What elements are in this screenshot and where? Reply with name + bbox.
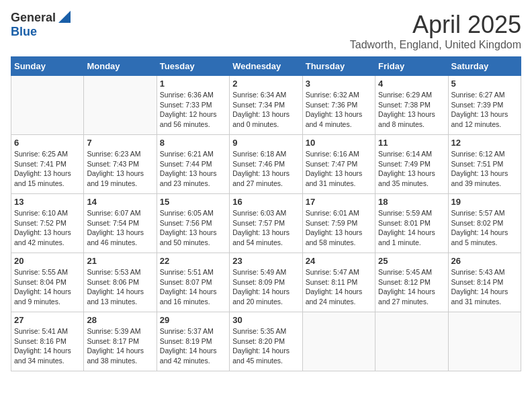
day-number: 27 bbox=[14, 315, 81, 325]
calendar-cell: 11Sunrise: 6:14 AM Sunset: 7:49 PM Dayli… bbox=[375, 135, 448, 194]
day-info: Sunrise: 6:34 AM Sunset: 7:34 PM Dayligh… bbox=[232, 90, 299, 130]
day-number: 17 bbox=[306, 197, 372, 207]
day-number: 24 bbox=[306, 256, 372, 266]
calendar-cell: 26Sunrise: 5:43 AM Sunset: 8:14 PM Dayli… bbox=[448, 253, 521, 312]
day-info: Sunrise: 6:32 AM Sunset: 7:36 PM Dayligh… bbox=[306, 90, 372, 130]
calendar-cell: 18Sunrise: 5:59 AM Sunset: 8:01 PM Dayli… bbox=[375, 194, 448, 253]
calendar-cell: 9Sunrise: 6:18 AM Sunset: 7:46 PM Daylig… bbox=[230, 135, 302, 194]
day-number: 14 bbox=[87, 197, 153, 207]
calendar-cell: 24Sunrise: 5:47 AM Sunset: 8:11 PM Dayli… bbox=[302, 253, 375, 312]
calendar-cell: 4Sunrise: 6:29 AM Sunset: 7:38 PM Daylig… bbox=[375, 76, 448, 135]
calendar-week-row: 20Sunrise: 5:55 AM Sunset: 8:04 PM Dayli… bbox=[11, 253, 521, 312]
day-info: Sunrise: 5:55 AM Sunset: 8:04 PM Dayligh… bbox=[14, 267, 81, 307]
day-info: Sunrise: 6:23 AM Sunset: 7:43 PM Dayligh… bbox=[87, 149, 153, 189]
day-number: 8 bbox=[160, 138, 226, 148]
calendar-cell: 1Sunrise: 6:36 AM Sunset: 7:33 PM Daylig… bbox=[157, 76, 229, 135]
day-number: 13 bbox=[14, 197, 81, 207]
calendar-cell: 30Sunrise: 5:35 AM Sunset: 8:20 PM Dayli… bbox=[230, 312, 302, 371]
calendar-cell: 17Sunrise: 6:01 AM Sunset: 7:59 PM Dayli… bbox=[302, 194, 375, 253]
day-info: Sunrise: 6:29 AM Sunset: 7:38 PM Dayligh… bbox=[378, 90, 445, 130]
calendar-cell: 6Sunrise: 6:25 AM Sunset: 7:41 PM Daylig… bbox=[11, 135, 84, 194]
day-number: 25 bbox=[378, 256, 445, 266]
day-info: Sunrise: 6:07 AM Sunset: 7:54 PM Dayligh… bbox=[87, 208, 153, 248]
title-section: April 2025 Tadworth, England, United Kin… bbox=[350, 11, 521, 51]
day-number: 16 bbox=[232, 197, 299, 207]
day-number: 29 bbox=[160, 315, 226, 325]
day-info: Sunrise: 5:57 AM Sunset: 8:02 PM Dayligh… bbox=[451, 208, 518, 248]
calendar-header-row: SundayMondayTuesdayWednesdayThursdayFrid… bbox=[11, 57, 521, 76]
day-number: 11 bbox=[378, 138, 445, 148]
day-number: 9 bbox=[232, 138, 299, 148]
logo-blue: Blue bbox=[11, 25, 37, 38]
day-info: Sunrise: 5:45 AM Sunset: 8:12 PM Dayligh… bbox=[378, 267, 445, 307]
day-number: 3 bbox=[306, 79, 372, 89]
calendar-cell: 22Sunrise: 5:51 AM Sunset: 8:07 PM Dayli… bbox=[157, 253, 229, 312]
day-number: 26 bbox=[451, 256, 518, 266]
day-info: Sunrise: 5:43 AM Sunset: 8:14 PM Dayligh… bbox=[451, 267, 518, 307]
header-sunday: Sunday bbox=[11, 57, 84, 76]
header-thursday: Thursday bbox=[302, 57, 375, 76]
subtitle: Tadworth, England, United Kingdom bbox=[350, 39, 521, 51]
calendar-cell bbox=[375, 312, 448, 371]
calendar-cell: 29Sunrise: 5:37 AM Sunset: 8:19 PM Dayli… bbox=[157, 312, 229, 371]
calendar-cell bbox=[11, 76, 84, 135]
main-title: April 2025 bbox=[350, 11, 521, 39]
calendar-cell: 8Sunrise: 6:21 AM Sunset: 7:44 PM Daylig… bbox=[157, 135, 229, 194]
day-number: 23 bbox=[232, 256, 299, 266]
header-tuesday: Tuesday bbox=[157, 57, 229, 76]
calendar-cell: 2Sunrise: 6:34 AM Sunset: 7:34 PM Daylig… bbox=[230, 76, 302, 135]
day-number: 5 bbox=[451, 79, 518, 89]
calendar-cell: 27Sunrise: 5:41 AM Sunset: 8:16 PM Dayli… bbox=[11, 312, 84, 371]
day-number: 15 bbox=[160, 197, 226, 207]
calendar-cell: 28Sunrise: 5:39 AM Sunset: 8:17 PM Dayli… bbox=[84, 312, 157, 371]
calendar-cell bbox=[302, 312, 375, 371]
header-monday: Monday bbox=[84, 57, 157, 76]
logo: General Blue bbox=[11, 11, 71, 39]
logo-general: General bbox=[11, 11, 56, 25]
calendar-week-row: 6Sunrise: 6:25 AM Sunset: 7:41 PM Daylig… bbox=[11, 135, 521, 194]
calendar-cell: 5Sunrise: 6:27 AM Sunset: 7:39 PM Daylig… bbox=[448, 76, 521, 135]
day-info: Sunrise: 5:47 AM Sunset: 8:11 PM Dayligh… bbox=[306, 267, 372, 307]
svg-marker-0 bbox=[58, 11, 71, 23]
calendar-cell: 15Sunrise: 6:05 AM Sunset: 7:56 PM Dayli… bbox=[157, 194, 229, 253]
day-number: 1 bbox=[160, 79, 226, 89]
day-info: Sunrise: 5:49 AM Sunset: 8:09 PM Dayligh… bbox=[232, 267, 299, 307]
calendar-cell: 13Sunrise: 6:10 AM Sunset: 7:52 PM Dayli… bbox=[11, 194, 84, 253]
day-info: Sunrise: 6:36 AM Sunset: 7:33 PM Dayligh… bbox=[160, 90, 226, 130]
calendar-cell: 21Sunrise: 5:53 AM Sunset: 8:06 PM Dayli… bbox=[84, 253, 157, 312]
day-info: Sunrise: 6:01 AM Sunset: 7:59 PM Dayligh… bbox=[306, 208, 372, 248]
calendar-week-row: 13Sunrise: 6:10 AM Sunset: 7:52 PM Dayli… bbox=[11, 194, 521, 253]
day-number: 18 bbox=[378, 197, 445, 207]
day-number: 4 bbox=[378, 79, 445, 89]
calendar-cell: 20Sunrise: 5:55 AM Sunset: 8:04 PM Dayli… bbox=[11, 253, 84, 312]
calendar-cell: 3Sunrise: 6:32 AM Sunset: 7:36 PM Daylig… bbox=[302, 76, 375, 135]
logo-triangle-icon bbox=[58, 11, 71, 26]
calendar-cell: 16Sunrise: 6:03 AM Sunset: 7:57 PM Dayli… bbox=[230, 194, 302, 253]
day-number: 30 bbox=[232, 315, 299, 325]
day-info: Sunrise: 5:39 AM Sunset: 8:17 PM Dayligh… bbox=[87, 326, 153, 366]
day-info: Sunrise: 6:21 AM Sunset: 7:44 PM Dayligh… bbox=[160, 149, 226, 189]
day-number: 10 bbox=[306, 138, 372, 148]
calendar-cell bbox=[448, 312, 521, 371]
header-saturday: Saturday bbox=[448, 57, 521, 76]
day-info: Sunrise: 5:59 AM Sunset: 8:01 PM Dayligh… bbox=[378, 208, 445, 248]
calendar-cell: 25Sunrise: 5:45 AM Sunset: 8:12 PM Dayli… bbox=[375, 253, 448, 312]
calendar-cell: 19Sunrise: 5:57 AM Sunset: 8:02 PM Dayli… bbox=[448, 194, 521, 253]
calendar-cell: 7Sunrise: 6:23 AM Sunset: 7:43 PM Daylig… bbox=[84, 135, 157, 194]
page-header: General Blue April 2025 Tadworth, Englan… bbox=[11, 11, 521, 51]
day-info: Sunrise: 5:41 AM Sunset: 8:16 PM Dayligh… bbox=[14, 326, 81, 366]
day-info: Sunrise: 5:37 AM Sunset: 8:19 PM Dayligh… bbox=[160, 326, 226, 366]
day-number: 7 bbox=[87, 138, 153, 148]
day-info: Sunrise: 6:10 AM Sunset: 7:52 PM Dayligh… bbox=[14, 208, 81, 248]
day-number: 20 bbox=[14, 256, 81, 266]
calendar-table: SundayMondayTuesdayWednesdayThursdayFrid… bbox=[11, 56, 521, 371]
day-number: 28 bbox=[87, 315, 153, 325]
day-info: Sunrise: 6:12 AM Sunset: 7:51 PM Dayligh… bbox=[451, 149, 518, 189]
day-number: 6 bbox=[14, 138, 81, 148]
calendar-week-row: 1Sunrise: 6:36 AM Sunset: 7:33 PM Daylig… bbox=[11, 76, 521, 135]
calendar-cell: 14Sunrise: 6:07 AM Sunset: 7:54 PM Dayli… bbox=[84, 194, 157, 253]
day-number: 2 bbox=[232, 79, 299, 89]
day-info: Sunrise: 6:14 AM Sunset: 7:49 PM Dayligh… bbox=[378, 149, 445, 189]
calendar-cell: 12Sunrise: 6:12 AM Sunset: 7:51 PM Dayli… bbox=[448, 135, 521, 194]
calendar-cell: 10Sunrise: 6:16 AM Sunset: 7:47 PM Dayli… bbox=[302, 135, 375, 194]
